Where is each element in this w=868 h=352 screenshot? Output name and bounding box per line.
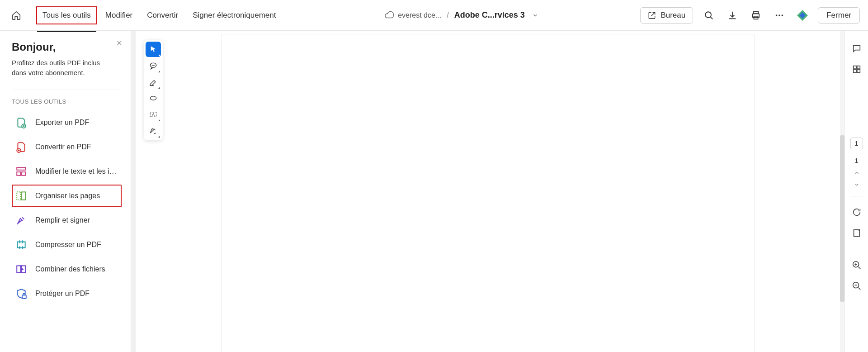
comment-icon bbox=[149, 61, 158, 70]
search-icon bbox=[704, 10, 714, 20]
more-button[interactable] bbox=[772, 8, 787, 23]
page-prev[interactable] bbox=[854, 170, 860, 176]
document-page[interactable] bbox=[222, 34, 754, 352]
rotate-button[interactable] bbox=[849, 205, 864, 220]
home-button[interactable] bbox=[8, 7, 24, 24]
chevron-down-icon bbox=[854, 181, 860, 188]
sidebar-scroll-track[interactable] bbox=[131, 31, 136, 352]
tool-protect-pdf[interactable]: Protéger un PDF bbox=[12, 282, 122, 305]
tool-fill-sign[interactable]: Remplir et signer bbox=[12, 209, 122, 232]
document-scrollbar[interactable] bbox=[840, 31, 844, 352]
svg-text:A: A bbox=[152, 112, 155, 117]
convert-pdf-icon bbox=[15, 141, 27, 153]
search-button[interactable] bbox=[701, 8, 717, 23]
sidebar-close[interactable] bbox=[116, 40, 123, 46]
main-area: Bonjour, Profitez des outils PDF inclus … bbox=[0, 31, 868, 352]
rotate-icon bbox=[852, 207, 862, 217]
page-total: 1 bbox=[854, 157, 858, 164]
tool-list: Exporter un PDF Convertir en PDF Modifie… bbox=[12, 111, 122, 305]
avatar[interactable] bbox=[795, 8, 810, 23]
home-icon bbox=[11, 10, 21, 20]
tool-label: Organiser les pages bbox=[35, 192, 100, 200]
select-tool[interactable] bbox=[146, 42, 161, 57]
thumbnails-panel-button[interactable] bbox=[849, 62, 864, 77]
combine-icon bbox=[15, 263, 27, 275]
page-current-input[interactable]: 1 bbox=[850, 138, 863, 149]
top-bar: Tous les outils Modifier Convertir Signe… bbox=[0, 0, 868, 31]
close-icon bbox=[116, 40, 123, 46]
scrollbar-thumb[interactable] bbox=[840, 135, 844, 302]
svg-rect-25 bbox=[857, 66, 859, 69]
export-pdf-icon bbox=[15, 117, 27, 128]
draw-tool[interactable] bbox=[146, 90, 161, 106]
sidebar: Bonjour, Profitez des outils PDF inclus … bbox=[0, 31, 131, 352]
svg-point-5 bbox=[778, 14, 780, 16]
zoom-in-button[interactable] bbox=[849, 257, 864, 273]
fill-sign-icon bbox=[15, 214, 27, 226]
page-next[interactable] bbox=[854, 181, 860, 188]
open-desktop-button[interactable]: Bureau bbox=[640, 7, 693, 24]
comments-panel-button[interactable] bbox=[849, 41, 864, 56]
textbox-icon: A bbox=[149, 110, 158, 119]
tool-label: Protéger un PDF bbox=[35, 290, 90, 298]
organize-pages-icon bbox=[15, 190, 27, 202]
print-icon bbox=[751, 10, 761, 20]
file-name[interactable]: Adobe C...rvices 3 bbox=[454, 10, 525, 20]
edit-text-icon bbox=[15, 166, 27, 177]
sign-tool[interactable] bbox=[146, 123, 161, 138]
tab-sign[interactable]: Signer électroniquement bbox=[186, 6, 282, 24]
page-fit-button[interactable] bbox=[849, 225, 864, 241]
cloud-label: everest dce... bbox=[398, 11, 441, 19]
textbox-tool[interactable]: A bbox=[146, 107, 161, 122]
tool-convert-pdf[interactable]: Convertir en PDF bbox=[12, 136, 122, 158]
download-button[interactable] bbox=[725, 8, 740, 23]
external-link-icon bbox=[648, 11, 656, 19]
grid-icon bbox=[852, 64, 862, 74]
tool-label: Compresser un PDF bbox=[35, 241, 101, 249]
print-button[interactable] bbox=[748, 8, 764, 23]
svg-point-4 bbox=[776, 14, 778, 16]
tool-compress-pdf[interactable]: Compresser un PDF bbox=[12, 233, 122, 256]
page-fit-icon bbox=[852, 228, 862, 238]
file-dropdown[interactable] bbox=[532, 12, 538, 19]
greeting-subtitle: Profitez des outils PDF inclus dans votr… bbox=[12, 58, 111, 78]
section-title: TOUS LES OUTILS bbox=[12, 98, 122, 105]
menu-tabs: Tous les outils Modifier Convertir Signe… bbox=[36, 6, 283, 24]
svg-rect-28 bbox=[854, 230, 859, 237]
tab-edit[interactable]: Modifier bbox=[99, 6, 139, 24]
download-icon bbox=[727, 10, 737, 20]
tool-export-pdf[interactable]: Exporter un PDF bbox=[12, 111, 122, 134]
greeting-title: Bonjour, bbox=[12, 41, 122, 53]
document-canvas[interactable]: A bbox=[136, 31, 844, 352]
svg-rect-11 bbox=[17, 167, 26, 170]
bureau-label: Bureau bbox=[660, 11, 685, 20]
cloud-icon bbox=[384, 10, 394, 20]
compress-icon bbox=[15, 239, 27, 251]
tool-label: Convertir en PDF bbox=[35, 143, 91, 151]
svg-rect-12 bbox=[17, 172, 21, 176]
zoom-out-button[interactable] bbox=[849, 278, 864, 294]
svg-rect-19 bbox=[22, 295, 26, 299]
close-button[interactable]: Fermer bbox=[818, 7, 860, 24]
tab-convert[interactable]: Convertir bbox=[141, 6, 184, 24]
breadcrumb-separator: / bbox=[447, 11, 448, 19]
tool-organize-pages[interactable]: Organiser les pages bbox=[12, 185, 122, 207]
svg-rect-16 bbox=[17, 242, 25, 247]
tool-label: Modifier le texte et les im... bbox=[35, 167, 118, 176]
highlight-tool[interactable] bbox=[146, 74, 161, 90]
svg-rect-14 bbox=[17, 192, 21, 200]
zoom-out-icon bbox=[852, 281, 862, 291]
tab-all-tools[interactable]: Tous les outils bbox=[36, 6, 97, 24]
cloud-location[interactable]: everest dce... bbox=[384, 10, 441, 20]
svg-point-0 bbox=[705, 12, 711, 18]
more-icon bbox=[774, 10, 784, 20]
svg-rect-13 bbox=[22, 172, 26, 176]
svg-rect-27 bbox=[857, 70, 859, 72]
tool-edit-text-images[interactable]: Modifier le texte et les im... bbox=[12, 160, 122, 183]
breadcrumb: everest dce... / Adobe C...rvices 3 bbox=[283, 10, 641, 20]
svg-rect-15 bbox=[22, 192, 26, 200]
tool-label: Exporter un PDF bbox=[35, 119, 89, 127]
cursor-icon bbox=[149, 45, 157, 53]
tool-combine-files[interactable]: Combiner des fichiers bbox=[12, 258, 122, 281]
comment-tool[interactable] bbox=[146, 58, 161, 73]
